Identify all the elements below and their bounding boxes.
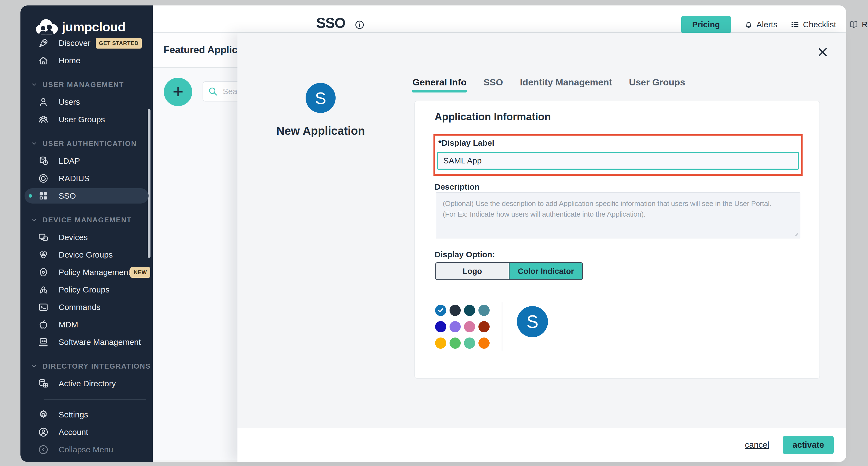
color-swatch-7[interactable] xyxy=(464,321,475,332)
devices-icon xyxy=(38,232,49,243)
sidebar-item-active-directory[interactable]: Active Directory xyxy=(21,375,153,392)
sidebar-item-collapse-menu[interactable]: Collapse Menu xyxy=(21,441,153,458)
header-nav-label: Checklist xyxy=(803,20,836,29)
sidebar-item-radius[interactable]: RADIUS xyxy=(21,170,153,187)
jumpcloud-wordmark: jumpcloud xyxy=(62,19,125,34)
applications-panel: + xyxy=(153,68,238,460)
new-badge: NEW xyxy=(130,267,150,278)
application-info-card: Application Information *Display Label D… xyxy=(414,101,820,379)
header-nav-checklist[interactable]: Checklist xyxy=(790,20,836,29)
sidebar-item-policy-groups[interactable]: Policy Groups xyxy=(21,281,153,298)
sidebar-section-device-management[interactable]: DEVICE MANAGEMENT xyxy=(21,211,153,229)
sidebar-item-label: Policy Management xyxy=(59,268,130,277)
user-icon xyxy=(38,96,49,108)
sidebar-item-label: Commands xyxy=(59,302,100,312)
display-label-input[interactable] xyxy=(437,152,799,170)
cancel-button[interactable]: cancel xyxy=(745,440,769,450)
sidebar-item-software-management[interactable]: Software Management xyxy=(21,333,153,351)
color-swatch-6[interactable] xyxy=(450,321,461,332)
search-icon xyxy=(208,86,218,97)
sidebar-item-users[interactable]: Users xyxy=(21,93,153,111)
device-groups-icon xyxy=(38,250,49,260)
sidebar-item-label: Account xyxy=(59,428,88,437)
header-nav-alerts[interactable]: Alerts xyxy=(744,20,777,29)
header-nav: PricingAlertsChecklistResourcesSupport xyxy=(681,16,868,34)
search-input[interactable] xyxy=(222,86,238,96)
header-nav-label: Alerts xyxy=(756,20,777,29)
jumpcloud-logo[interactable]: jumpcloud xyxy=(35,19,125,35)
sidebar-item-label: Users xyxy=(59,97,80,107)
sidebar-item-commands[interactable]: Commands xyxy=(21,298,153,316)
software-management-icon xyxy=(38,337,49,348)
mdm-icon xyxy=(38,319,49,330)
sidebar-item-sso[interactable]: SSO xyxy=(21,187,153,205)
sidebar-item-user-groups[interactable]: User Groups xyxy=(21,111,153,128)
get-started-badge: GET STARTED xyxy=(96,38,142,49)
display-option-logo[interactable]: Logo xyxy=(436,263,509,280)
tab-sso[interactable]: SSO xyxy=(483,77,503,88)
chevron-down-icon xyxy=(31,81,38,88)
header-nav-resources[interactable]: Resources xyxy=(849,20,868,29)
activate-button[interactable]: activate xyxy=(783,436,834,454)
sidebar-item-label: Active Directory xyxy=(59,379,116,388)
card-title: Application Information xyxy=(435,111,551,123)
tab-identity-management[interactable]: Identity Management xyxy=(520,77,612,88)
color-swatch-10[interactable] xyxy=(450,338,461,349)
close-icon[interactable] xyxy=(816,45,830,59)
sidebar-item-label: Devices xyxy=(59,233,88,242)
tab-general-info[interactable]: General Info xyxy=(412,77,466,88)
sidebar-item-device-groups[interactable]: Device Groups xyxy=(21,246,153,264)
sidebar-section-user-authentication[interactable]: USER AUTHENTICATION xyxy=(21,135,153,152)
color-swatch-1[interactable] xyxy=(435,305,446,316)
color-swatch-9[interactable] xyxy=(435,338,446,349)
check-icon xyxy=(437,307,444,314)
sidebar-item-mdm[interactable]: MDM xyxy=(21,316,153,333)
home-icon xyxy=(38,55,49,66)
display-label-label: *Display Label xyxy=(438,138,494,148)
sidebar-item-account[interactable]: Account xyxy=(21,424,153,441)
color-swatch-11[interactable] xyxy=(464,338,475,349)
color-swatch-2[interactable] xyxy=(450,305,461,316)
modal-footer: cancel activate xyxy=(238,428,846,462)
sidebar-item-label: Device Groups xyxy=(59,250,113,259)
sidebar-section-user-management[interactable]: USER MANAGEMENT xyxy=(21,76,153,93)
header-bar: SSO PricingAlertsChecklistResourcesSuppo… xyxy=(153,5,846,33)
sidebar-section-label: USER MANAGEMENT xyxy=(42,81,124,89)
sidebar-item-ldap[interactable]: LDAP xyxy=(21,152,153,170)
sidebar-item-settings[interactable]: Settings xyxy=(21,406,153,424)
sidebar-item-label: Settings xyxy=(59,410,88,419)
checklist-icon xyxy=(790,20,800,29)
account-icon xyxy=(38,427,49,438)
color-swatch-4[interactable] xyxy=(478,305,490,316)
sidebar-item-devices[interactable]: Devices xyxy=(21,229,153,246)
preview-letter: S xyxy=(526,311,538,332)
sidebar: jumpcloud DiscoverGET STARTEDHomeUSER MA… xyxy=(21,5,153,462)
pricing-button[interactable]: Pricing xyxy=(681,16,731,34)
color-swatch-12[interactable] xyxy=(478,338,490,349)
description-placeholder: (Optional) Use the description to add Ap… xyxy=(443,198,783,220)
chevron-down-icon xyxy=(31,216,38,224)
active-directory-icon xyxy=(38,378,49,389)
sidebar-item-label: Software Management xyxy=(59,338,141,347)
sidebar-item-home[interactable]: Home xyxy=(21,52,153,69)
color-preview: S xyxy=(517,306,548,337)
jumpcloud-cloud-icon xyxy=(35,19,59,35)
resize-handle-icon[interactable] xyxy=(793,231,798,236)
sidebar-item-policy-management[interactable]: Policy ManagementNEW xyxy=(21,264,153,281)
add-application-button[interactable]: + xyxy=(164,78,192,106)
page-title: SSO xyxy=(316,15,345,31)
sidebar-item-label: Collapse Menu xyxy=(59,445,113,454)
sidebar-divider xyxy=(43,400,146,400)
color-palette xyxy=(435,305,490,349)
sidebar-item-discover[interactable]: DiscoverGET STARTED xyxy=(21,34,153,52)
tab-user-groups[interactable]: User Groups xyxy=(629,77,685,88)
sidebar-section-directory-integrations[interactable]: DIRECTORY INTEGRATIONS xyxy=(21,357,153,375)
color-swatch-3[interactable] xyxy=(464,305,475,316)
info-icon[interactable] xyxy=(354,20,365,30)
color-swatch-5[interactable] xyxy=(435,321,446,332)
color-swatch-8[interactable] xyxy=(478,321,490,332)
display-option-toggle: LogoColor Indicator xyxy=(435,262,583,280)
description-textarea[interactable]: (Optional) Use the description to add Ap… xyxy=(436,192,800,238)
display-option-color-indicator[interactable]: Color Indicator xyxy=(509,263,582,280)
new-application-icon: S xyxy=(306,83,336,113)
